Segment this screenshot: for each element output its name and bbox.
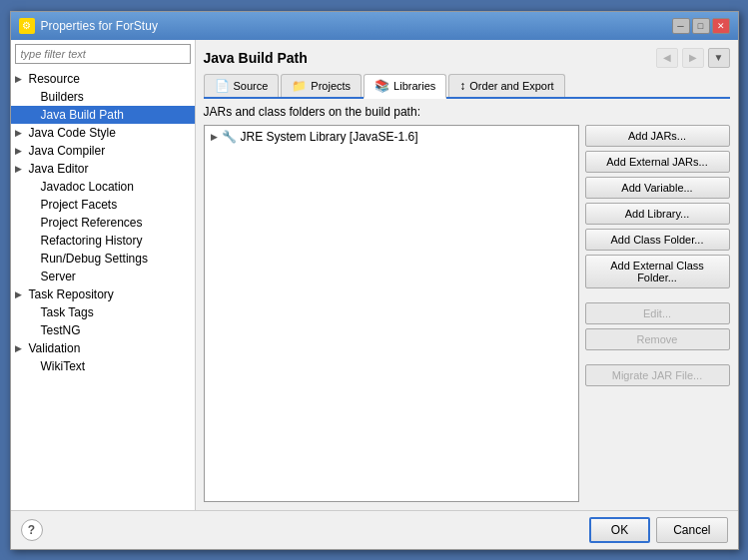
sidebar-item-label: Project References <box>41 216 143 230</box>
bottom-bar: ? OK Cancel <box>11 510 738 549</box>
tree-container: ▶ Resource Builders Java Build Path ▶ Ja… <box>11 68 195 510</box>
add-variable-button[interactable]: Add Variable... <box>585 177 730 199</box>
tab-projects-label: Projects <box>311 80 351 92</box>
tab-order-export-label: Order and Export <box>469 80 553 92</box>
maximize-button[interactable]: □ <box>692 18 710 34</box>
expand-arrow: ▶ <box>15 164 25 174</box>
expand-arrow: ▶ <box>15 146 25 156</box>
title-bar-left: ⚙ Properties for ForStuy <box>19 18 158 34</box>
migrate-jar-button[interactable]: Migrate JAR File... <box>585 364 730 386</box>
sidebar-item-project-facets[interactable]: Project Facets <box>11 196 195 214</box>
add-external-jars-button[interactable]: Add External JARs... <box>585 151 730 173</box>
title-bar: ⚙ Properties for ForStuy ─ □ ✕ <box>11 12 738 40</box>
library-tree-box[interactable]: ▶ 🔧 JRE System Library [JavaSE-1.6] <box>204 125 579 502</box>
tabs-row: 📄 Source 📁 Projects 📚 Libraries ↕ Order … <box>204 74 730 99</box>
libraries-tab-icon: 📚 <box>374 79 389 93</box>
sidebar-item-java-build-path[interactable]: Java Build Path <box>11 106 195 124</box>
sidebar-item-wikitext[interactable]: WikiText <box>11 357 195 375</box>
sidebar-item-testng[interactable]: TestNG <box>11 321 195 339</box>
edit-button[interactable]: Edit... <box>585 302 730 324</box>
source-tab-icon: 📄 <box>215 79 230 93</box>
nav-back-button[interactable]: ◀ <box>656 48 678 68</box>
nav-forward-button[interactable]: ▶ <box>682 48 704 68</box>
minimize-button[interactable]: ─ <box>672 18 690 34</box>
window-title: Properties for ForStuy <box>41 19 158 33</box>
panel-nav-icons: ◀ ▶ ▼ <box>656 48 730 68</box>
sidebar-item-label: Javadoc Location <box>41 180 134 194</box>
add-library-button[interactable]: Add Library... <box>585 203 730 225</box>
sidebar-item-server[interactable]: Server <box>11 268 195 285</box>
sidebar-item-label: Run/Debug Settings <box>41 252 148 266</box>
sidebar-item-label: Java Code Style <box>29 126 116 140</box>
jre-system-library-item[interactable]: ▶ 🔧 JRE System Library [JavaSE-1.6] <box>207 128 576 146</box>
close-button[interactable]: ✕ <box>712 18 730 34</box>
library-tree-container: ▶ 🔧 JRE System Library [JavaSE-1.6] <box>204 125 579 502</box>
sidebar-item-label: Project Facets <box>41 198 118 212</box>
sidebar-item-label: Java Build Path <box>41 108 124 122</box>
sidebar-item-label: Refactoring History <box>41 234 143 248</box>
expand-arrow: ▶ <box>15 74 25 84</box>
filter-input[interactable] <box>15 44 191 64</box>
sidebar-item-label: Server <box>41 270 76 283</box>
sidebar-item-label: Builders <box>41 90 84 104</box>
sidebar-item-javadoc-location[interactable]: Javadoc Location <box>11 178 195 196</box>
content-area: ▶ 🔧 JRE System Library [JavaSE-1.6] Add … <box>204 125 730 502</box>
tab-source-label: Source <box>234 80 269 92</box>
buttons-separator <box>585 292 730 298</box>
ok-button[interactable]: OK <box>589 517 650 543</box>
window-icon: ⚙ <box>19 18 35 34</box>
buttons-separator-2 <box>585 354 730 360</box>
sidebar-item-label: Resource <box>29 72 80 86</box>
sidebar-item-label: Java Compiler <box>29 144 106 158</box>
add-external-class-folder-button[interactable]: Add External Class Folder... <box>585 255 730 288</box>
dialog-body: ▶ Resource Builders Java Build Path ▶ Ja… <box>11 40 738 510</box>
tab-order-export[interactable]: ↕ Order and Export <box>448 74 564 97</box>
sidebar-item-label: TestNG <box>41 323 81 337</box>
nav-dropdown-button[interactable]: ▼ <box>708 48 730 68</box>
help-button[interactable]: ? <box>21 519 43 541</box>
sidebar-item-java-code-style[interactable]: ▶ Java Code Style <box>11 124 195 142</box>
sidebar-item-builders[interactable]: Builders <box>11 88 195 106</box>
sidebar: ▶ Resource Builders Java Build Path ▶ Ja… <box>11 40 196 510</box>
panel-title-row: Java Build Path ◀ ▶ ▼ <box>204 48 730 68</box>
sidebar-item-label: WikiText <box>41 359 86 373</box>
expand-arrow: ▶ <box>15 343 25 353</box>
sidebar-item-resource[interactable]: ▶ Resource <box>11 70 195 88</box>
expand-arrow: ▶ <box>15 289 25 299</box>
remove-button[interactable]: Remove <box>585 328 730 350</box>
sidebar-item-task-tags[interactable]: Task Tags <box>11 303 195 321</box>
tab-projects[interactable]: 📁 Projects <box>281 74 362 97</box>
panel-title: Java Build Path <box>204 50 308 66</box>
dialog-action-buttons: OK Cancel <box>589 517 728 543</box>
sidebar-item-run-debug-settings[interactable]: Run/Debug Settings <box>11 250 195 268</box>
jre-library-label: JRE System Library [JavaSE-1.6] <box>241 130 418 144</box>
description-text: JARs and class folders on the build path… <box>204 105 730 119</box>
action-buttons: Add JARs... Add External JARs... Add Var… <box>585 125 730 502</box>
tab-libraries-label: Libraries <box>393 80 435 92</box>
jre-expand-arrow: ▶ <box>211 132 218 142</box>
dialog-window: ⚙ Properties for ForStuy ─ □ ✕ ▶ Resourc… <box>10 11 739 550</box>
add-class-folder-button[interactable]: Add Class Folder... <box>585 229 730 251</box>
sidebar-item-label: Java Editor <box>29 162 89 176</box>
order-export-tab-icon: ↕ <box>459 79 465 93</box>
sidebar-item-refactoring-history[interactable]: Refactoring History <box>11 232 195 250</box>
jre-library-icon: 🔧 <box>222 130 237 144</box>
expand-arrow: ▶ <box>15 128 25 138</box>
sidebar-item-label: Task Tags <box>41 305 94 319</box>
projects-tab-icon: 📁 <box>292 79 307 93</box>
sidebar-item-project-references[interactable]: Project References <box>11 214 195 232</box>
right-panel: Java Build Path ◀ ▶ ▼ 📄 Source 📁 Project… <box>196 40 738 510</box>
cancel-button[interactable]: Cancel <box>656 517 727 543</box>
sidebar-item-label: Validation <box>29 341 81 355</box>
sidebar-item-java-compiler[interactable]: ▶ Java Compiler <box>11 142 195 160</box>
sidebar-item-validation[interactable]: ▶ Validation <box>11 339 195 357</box>
tab-libraries[interactable]: 📚 Libraries <box>364 74 446 99</box>
add-jars-button[interactable]: Add JARs... <box>585 125 730 147</box>
sidebar-item-java-editor[interactable]: ▶ Java Editor <box>11 160 195 178</box>
sidebar-item-task-repository[interactable]: ▶ Task Repository <box>11 285 195 303</box>
sidebar-item-label: Task Repository <box>29 287 114 301</box>
tab-source[interactable]: 📄 Source <box>204 74 280 97</box>
window-controls: ─ □ ✕ <box>672 18 730 34</box>
